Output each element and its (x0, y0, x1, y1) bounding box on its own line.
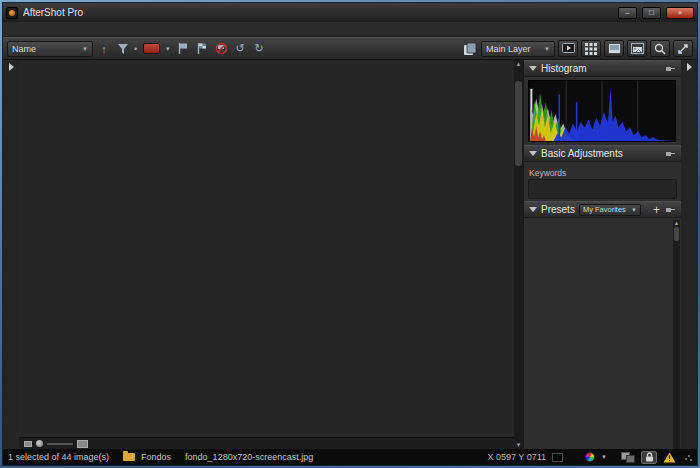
menu-bar (3, 22, 697, 37)
app-icon (6, 7, 18, 19)
basic-adjustments-title: Basic Adjustments (541, 148, 623, 159)
rotate-left-button[interactable]: ↺ (232, 41, 248, 57)
thumbnail-size-slider-handle[interactable] (36, 440, 43, 447)
thumbnail-zoom-bar (19, 437, 514, 449)
left-tab-strip (3, 60, 19, 449)
chevron-down-icon: ▼ (631, 207, 637, 213)
pin-icon[interactable] (666, 206, 676, 214)
color-profile-icon[interactable] (585, 452, 595, 462)
aftershot-window: AfterShot Pro – □ × Name▼ ↑ • ▼ ↺ ↻ (2, 2, 698, 466)
current-filename: fondo_1280x720-screencast.jpg (185, 452, 313, 462)
layers-button[interactable] (462, 41, 478, 57)
window-frame: AfterShot Pro – □ × Name▼ ↑ • ▼ ↺ ↻ (0, 0, 700, 468)
collapse-strip-icon[interactable] (687, 63, 692, 71)
large-thumbnail-icon (77, 440, 88, 448)
thumbnail-view-button[interactable] (581, 40, 601, 57)
presets-tree: ▲ (524, 218, 681, 449)
dual-image-icon[interactable] (621, 452, 635, 463)
sort-direction-button[interactable]: ↑ (96, 41, 112, 57)
current-folder[interactable]: Fondos (141, 452, 171, 462)
no-rating-dot[interactable]: • (134, 44, 137, 54)
scrollbar-thumb[interactable] (515, 81, 522, 166)
warning-icon[interactable] (663, 452, 676, 463)
presets-panel: Presets My Favorites▼ + ▲ (524, 201, 681, 449)
presets-title: Presets (541, 204, 575, 215)
fullscreen-button[interactable] (673, 40, 693, 57)
keywords-label: Keywords (524, 166, 681, 179)
histogram-display (524, 77, 681, 145)
combined-view-button[interactable] (627, 40, 647, 57)
chevron-down-icon: ▼ (82, 46, 88, 52)
chevron-down-icon: ▼ (165, 46, 171, 52)
histogram-title: Histogram (541, 63, 587, 74)
color-label-swatch[interactable] (143, 43, 160, 54)
flag-button[interactable] (175, 41, 191, 57)
collapse-arrow-icon[interactable] (529, 151, 537, 156)
lock-button[interactable] (641, 451, 657, 464)
scroll-down-icon[interactable]: ▼ (516, 442, 522, 448)
flag-icon (177, 42, 189, 55)
single-image-icon (608, 43, 621, 54)
thumbnail-grid (19, 68, 514, 437)
cursor-coordinates: X 0597 Y 0711 (487, 452, 546, 462)
single-view-button[interactable] (604, 40, 624, 57)
right-tab-strip (681, 60, 697, 449)
sampled-color-swatch (552, 453, 563, 462)
scroll-up-icon[interactable]: ▲ (674, 220, 680, 226)
toolbar: Name▼ ↑ • ▼ ↺ ↻ Main Layer▼ (3, 37, 697, 60)
magnifier-icon (654, 43, 666, 55)
layers-icon (463, 42, 477, 56)
thumbnail-size-slider-track[interactable] (47, 443, 73, 445)
collapse-arrow-icon[interactable] (529, 66, 537, 71)
minimize-button[interactable]: – (618, 7, 637, 19)
sort-select[interactable]: Name▼ (7, 41, 93, 57)
chevron-down-icon[interactable]: ▼ (601, 454, 607, 460)
review-flag-button[interactable] (194, 41, 210, 57)
maximize-button[interactable]: □ (642, 7, 661, 19)
folder-icon (123, 453, 135, 461)
checkered-flag-icon (196, 42, 208, 55)
magnifier-button[interactable] (650, 40, 670, 57)
rotate-right-button[interactable]: ↻ (251, 41, 267, 57)
reject-flag-button[interactable] (213, 41, 229, 57)
adjustments-panel: Histogram (523, 60, 681, 449)
basic-adjustments-header[interactable]: Basic Adjustments (524, 145, 681, 162)
monitor-play-icon (562, 43, 575, 54)
selection-count: 1 selected of 44 image(s) (8, 452, 109, 462)
small-thumbnail-icon (24, 441, 32, 447)
keywords-input[interactable] (528, 179, 677, 199)
filter-button[interactable] (115, 41, 131, 57)
pin-icon[interactable] (666, 150, 676, 158)
presets-header[interactable]: Presets My Favorites▼ + (524, 201, 681, 218)
partial-top-row (19, 60, 514, 68)
presets-favorites-value: My Favorites (583, 205, 629, 214)
scroll-up-icon[interactable]: ▲ (516, 61, 522, 67)
collapse-arrow-icon[interactable] (529, 207, 537, 212)
add-preset-button[interactable]: + (653, 205, 660, 215)
close-button[interactable]: × (666, 7, 694, 19)
window-title: AfterShot Pro (23, 7, 613, 18)
presets-scrollbar[interactable]: ▲ (673, 220, 680, 449)
scrollbar-thumb[interactable] (674, 227, 679, 241)
presets-favorites-select[interactable]: My Favorites▼ (579, 204, 641, 216)
lock-icon (645, 452, 654, 462)
funnel-icon (117, 43, 129, 55)
status-bar: 1 selected of 44 image(s) Fondos fondo_1… (3, 449, 697, 465)
chevron-down-icon: ▼ (544, 46, 550, 52)
collapse-strip-icon[interactable] (9, 63, 14, 71)
layer-select[interactable]: Main Layer▼ (481, 41, 555, 57)
histogram-graph (528, 80, 676, 142)
grid-scrollbar[interactable]: ▲ ▼ (514, 60, 523, 449)
no-flag-icon (215, 42, 228, 55)
layer-select-value: Main Layer (486, 44, 540, 54)
color-label-dropdown[interactable]: ▼ (163, 41, 172, 57)
slideshow-button[interactable] (558, 40, 578, 57)
histogram-header[interactable]: Histogram (524, 60, 681, 77)
main-area: ▲ ▼ Histogram (3, 60, 697, 449)
pin-icon[interactable] (666, 65, 676, 73)
thumbnail-browser (19, 60, 514, 449)
image-strip-icon (631, 43, 644, 54)
resize-grip[interactable] (684, 453, 692, 461)
title-bar[interactable]: AfterShot Pro – □ × (3, 3, 697, 22)
sort-select-value: Name (12, 44, 78, 54)
